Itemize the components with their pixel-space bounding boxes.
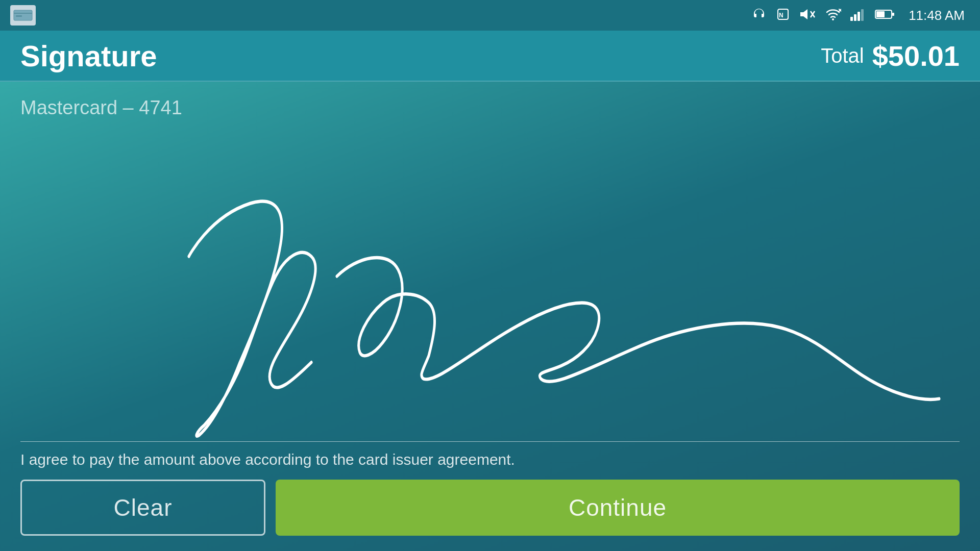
headset-icon	[751, 7, 767, 24]
status-time: 11:48 AM	[909, 8, 965, 23]
card-info: Mastercard – 4741	[20, 97, 960, 119]
svg-rect-16	[892, 13, 894, 16]
mute-icon	[799, 7, 816, 23]
nfc-icon: N	[776, 7, 790, 23]
app-icon	[10, 5, 36, 26]
svg-rect-12	[854, 14, 856, 21]
status-bar: N	[0, 0, 980, 31]
continue-button[interactable]: Continue	[276, 480, 960, 536]
signal-icon	[850, 8, 866, 23]
svg-rect-13	[857, 12, 860, 21]
svg-marker-5	[800, 9, 807, 19]
signature-pad[interactable]	[20, 124, 960, 442]
header: Signature Total $50.01	[0, 31, 980, 82]
svg-point-8	[832, 18, 834, 20]
total-label: Total	[821, 44, 864, 67]
main-content: Mastercard – 4741 I agree to pay the amo…	[0, 82, 980, 551]
svg-rect-11	[850, 17, 853, 21]
page-title: Signature	[20, 39, 157, 73]
total-amount: $50.01	[872, 39, 960, 72]
agreement-text: I agree to pay the amount above accordin…	[20, 451, 960, 468]
action-buttons: Clear Continue	[20, 480, 960, 536]
svg-rect-17	[876, 11, 885, 17]
svg-rect-14	[861, 9, 864, 21]
clear-button[interactable]: Clear	[20, 480, 265, 536]
svg-rect-2	[16, 15, 22, 17]
total-display: Total $50.01	[821, 39, 960, 72]
signature-baseline	[20, 441, 960, 442]
svg-text:N: N	[779, 12, 783, 19]
battery-icon	[875, 9, 894, 22]
wifi-icon	[825, 7, 841, 23]
